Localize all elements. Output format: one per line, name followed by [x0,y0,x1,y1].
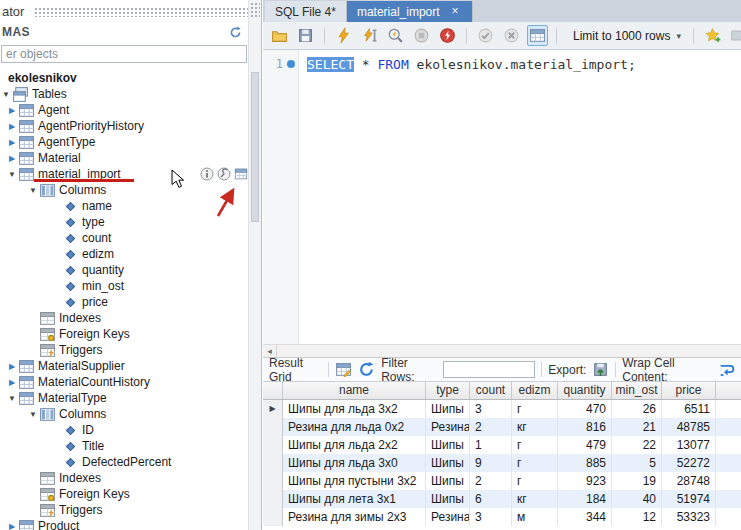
cell-count[interactable]: 2 [470,472,512,490]
schemas-refresh-icon[interactable] [228,25,243,40]
tree-item-product[interactable]: ▶Product [0,518,248,530]
expand-arrow-icon[interactable]: ▶ [6,122,18,131]
expand-arrow-icon[interactable]: ▶ [6,362,18,371]
column-header-count[interactable]: count [470,382,512,400]
tab-sql-file-4[interactable]: SQL File 4* [265,1,347,22]
cell-type[interactable]: Шипы [426,454,470,472]
table-row[interactable]: Шипы для льда 2x2Шипы1г4792213077 [263,436,741,454]
stop-on-error-icon[interactable] [437,25,458,46]
cell-price[interactable]: 48785 [662,418,716,436]
cell-min-ost[interactable]: 22 [612,436,662,454]
row-selector[interactable] [263,436,283,454]
tree-item-price[interactable]: price [0,294,248,310]
cell-min-ost[interactable]: 21 [612,418,662,436]
cell-price[interactable]: 51974 [662,490,716,508]
cell-edizm[interactable]: г [512,436,558,454]
expand-arrow-icon[interactable]: ▶ [6,106,18,115]
tree-item-min-ost[interactable]: min_ost [0,278,248,294]
cell-price[interactable]: 52272 [662,454,716,472]
cell-type[interactable]: Резина [426,418,470,436]
cell-type[interactable]: Шипы [426,490,470,508]
cell-edizm[interactable]: м [512,508,558,526]
rollback-icon[interactable] [501,25,522,46]
tree-item-id[interactable]: ID [0,422,248,438]
cell-edizm[interactable]: г [512,472,558,490]
cell-quantity[interactable]: 479 [558,436,612,454]
tree-item-columns[interactable]: ▼Columns [0,182,248,198]
table-row[interactable]: Резина для льда 0x2Резина2кг8162148785 [263,418,741,436]
cell-quantity[interactable]: 885 [558,454,612,472]
expand-arrow-icon[interactable]: ▶ [6,154,18,163]
wrench-icon[interactable] [217,167,231,181]
cell-min-ost[interactable]: 5 [612,454,662,472]
tree-item-material-import[interactable]: ▼material_import [0,166,248,182]
cell-type[interactable]: Резина [426,508,470,526]
tab-material-import[interactable]: material_import× [347,1,473,22]
limit-rows-dropdown[interactable]: Limit to 1000 rows▾ [569,27,685,45]
cell-count[interactable]: 2 [470,418,512,436]
grid-edit-icon[interactable] [335,361,352,378]
sidebar-scrollbar[interactable] [248,0,261,530]
cell-min-ost[interactable]: 12 [612,508,662,526]
cell-count[interactable]: 1 [470,436,512,454]
snippet-star-icon[interactable] [702,25,723,46]
tree-item-triggers[interactable]: Triggers [0,502,248,518]
stop-icon[interactable] [411,25,432,46]
tree-item-agenttype[interactable]: ▶AgentType [0,134,248,150]
cell-name[interactable]: Шипы для лета 3x1 [283,490,426,508]
row-selector[interactable] [263,490,283,508]
explain-icon[interactable] [385,25,406,46]
expand-arrow-icon[interactable]: ▼ [27,186,39,195]
row-selector[interactable] [263,472,283,490]
cell-count[interactable]: 6 [470,490,512,508]
expand-arrow-icon[interactable]: ▼ [0,90,12,99]
cell-quantity[interactable]: 184 [558,490,612,508]
cell-type[interactable]: Шипы [426,472,470,490]
scrollbar-thumb[interactable] [251,72,259,222]
cell-edizm[interactable]: г [512,454,558,472]
open-script-icon[interactable] [269,25,290,46]
tree-item-defectedpercent[interactable]: DefectedPercent [0,454,248,470]
cell-name[interactable]: Шипы для льда 3x2 [283,400,426,418]
tree-item-materialcounthistory[interactable]: ▶MaterialCountHistory [0,374,248,390]
tree-item-foreign-keys[interactable]: Foreign Keys [0,486,248,502]
table-row[interactable]: Шипы для пустыни 3x2Шипы2г9231928748 [263,472,741,490]
expand-arrow-icon[interactable]: ▼ [6,170,18,179]
tree-item-quantity[interactable]: quantity [0,262,248,278]
cell-quantity[interactable]: 344 [558,508,612,526]
cell-edizm[interactable]: г [512,400,558,418]
tree-item-count[interactable]: count [0,230,248,246]
tree-item-triggers[interactable]: Triggers [0,342,248,358]
cell-quantity[interactable]: 816 [558,418,612,436]
table-row[interactable]: Шипы для лета 3x1Шипы6кг1844051974 [263,490,741,508]
cell-name[interactable]: Шипы для льда 2x2 [283,436,426,454]
cell-count[interactable]: 3 [470,508,512,526]
row-selector[interactable]: ▶ [263,400,283,418]
filter-rows-input[interactable] [443,361,535,378]
table-row[interactable]: Шипы для льда 3x0Шипы9г885552272 [263,454,741,472]
tree-item-material[interactable]: ▶Material [0,150,248,166]
column-header-quantity[interactable]: quantity [558,382,612,400]
tree-item-foreign-keys[interactable]: Foreign Keys [0,326,248,342]
cell-type[interactable]: Шипы [426,400,470,418]
table-data-icon[interactable] [234,167,248,181]
tree-item-materialsupplier[interactable]: ▶MaterialSupplier [0,358,248,374]
expand-arrow-icon[interactable]: ▶ [6,138,18,147]
cell-name[interactable]: Резина для зимы 2x3 [283,508,426,526]
export-icon[interactable] [592,361,609,378]
cell-name[interactable]: Резина для льда 0x2 [283,418,426,436]
filter-objects-input[interactable] [1,45,247,63]
tree-item-materialtype[interactable]: ▼MaterialType [0,390,248,406]
column-header-price[interactable]: price [662,382,716,400]
save-icon[interactable] [295,25,316,46]
row-selector[interactable] [263,454,283,472]
row-selector[interactable] [263,418,283,436]
tab-close-icon[interactable]: × [449,5,462,18]
cell-min-ost[interactable]: 19 [612,472,662,490]
tree-item-title[interactable]: Title [0,438,248,454]
cell-price[interactable]: 13077 [662,436,716,454]
cell-name[interactable]: Шипы для льда 3x0 [283,454,426,472]
expand-arrow-icon[interactable]: ▶ [6,522,18,530]
cell-type[interactable]: Шипы [426,436,470,454]
cell-quantity[interactable]: 923 [558,472,612,490]
